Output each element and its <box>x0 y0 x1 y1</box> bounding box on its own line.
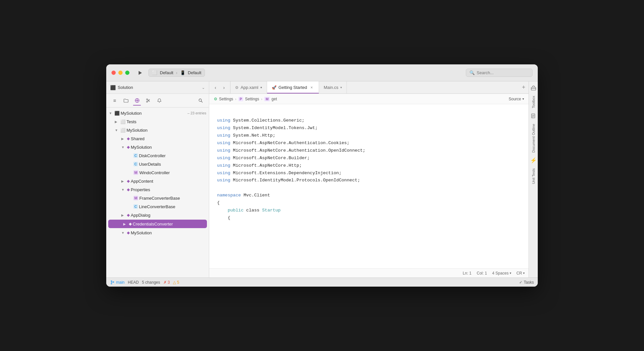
tree-item-appcontent[interactable]: ▶ ◆ AppContent <box>106 177 209 185</box>
expand-chevron: ▶ <box>121 137 126 141</box>
tab-close-button[interactable]: × <box>309 85 314 90</box>
col-number[interactable]: Col: 1 <box>477 271 487 276</box>
line-label: Ln: 1 <box>463 271 472 276</box>
tree-label-properties: Properties <box>131 187 206 192</box>
search-input[interactable] <box>477 70 529 75</box>
expand-chevron: ▼ <box>121 145 126 149</box>
error-count[interactable]: ✗ 3 <box>163 280 170 285</box>
diamond-icon4: ◆ <box>127 187 130 192</box>
sidebar: ⬛ Solution ⌄ ≡ <box>106 81 209 277</box>
breadcrumb-settings1[interactable]: ⚙ Settings <box>214 97 233 101</box>
branch-icon <box>110 280 115 285</box>
tree-item-frameconverterbase[interactable]: ▶ M FrameConverterBase <box>106 194 209 202</box>
device-icon: 📱 <box>180 70 185 75</box>
tree-item-mysolution-folder[interactable]: ▼ ⬜ MySolution <box>106 126 209 134</box>
breadcrumb-get[interactable]: M get <box>264 97 277 101</box>
toolbox-label[interactable]: Toolbox <box>530 93 537 111</box>
tree-item-properties[interactable]: ▼ ◆ Properties <box>106 185 209 194</box>
tree-item-lineconverterbase[interactable]: ▶ C LineConverterBase <box>106 202 209 211</box>
document-outline-label[interactable]: Document Outline <box>530 121 537 155</box>
expand-chevron: ▶ <box>121 179 126 183</box>
connected-icon <box>135 98 140 103</box>
tab-navigation: ‹ › <box>209 81 230 93</box>
document-outline-icon-btn[interactable] <box>530 112 537 120</box>
sidebar-title: ⬛ Solution <box>110 85 202 90</box>
connected-view-button[interactable] <box>132 96 142 105</box>
tab-dropdown-chevron[interactable]: ▾ <box>340 86 342 89</box>
line-number[interactable]: Ln: 1 <box>463 271 472 276</box>
tab-main-cs[interactable]: Main.cs ▾ <box>319 81 347 93</box>
tab-bar: ‹ › ⚙ App.xaml • 🚀 Getting Started × <box>209 81 529 94</box>
code-line-7: using Microsoft.AspNetCore.Http; <box>217 162 521 170</box>
p-icon: P <box>238 97 243 101</box>
sidebar-collapse-chevron[interactable]: ⌄ <box>202 85 205 90</box>
tree-badge: – 23 entries <box>188 111 206 115</box>
line-ending-selector[interactable]: CR ▾ <box>517 271 525 276</box>
breadcrumb-settings2[interactable]: P Settings <box>238 97 259 101</box>
tree-item-mysolution-proj[interactable]: ▼ ◆ MySolution <box>106 143 209 151</box>
tree-item-credentialsconverter[interactable]: ▶ ◆ CredentialsConverter <box>108 220 207 228</box>
breadcrumb-label-settings2: Settings <box>245 97 259 101</box>
breadcrumb-label-get: get <box>272 97 277 101</box>
code-editor[interactable]: using System.Collections.Generic; using … <box>209 104 529 268</box>
method-icon-frame: M <box>133 196 138 200</box>
git-branch[interactable]: main <box>110 280 125 285</box>
unit-tests-icon-btn[interactable]: ⚡ <box>530 157 537 164</box>
tree-item-shared[interactable]: ▶ ◆ Shared <box>106 134 209 143</box>
minimize-button[interactable] <box>118 71 123 75</box>
toolbox-icon-btn[interactable] <box>530 84 537 92</box>
source-selector[interactable]: Source ▾ <box>509 97 524 101</box>
class-icon-user: C <box>133 162 138 166</box>
sidebar-title-text: Solution <box>118 85 133 90</box>
tree-item-mysolution-sub[interactable]: ▼ ◆ MySolution <box>106 228 209 237</box>
close-button[interactable] <box>111 71 116 75</box>
spaces-selector[interactable]: 4 Spaces ▾ <box>492 271 511 276</box>
project-selector[interactable]: ⬜ Default › 📱 Default <box>148 69 205 77</box>
notifications-button[interactable] <box>154 96 164 105</box>
tab-app-xaml[interactable]: ⚙ App.xaml • <box>230 81 267 93</box>
code-line-11: { <box>217 199 521 207</box>
search-button[interactable] <box>195 96 206 105</box>
folder-view-button[interactable] <box>121 96 131 105</box>
tree-item-mysolution-root[interactable]: ▼ ⬛ MySolution – 23 entries <box>106 109 209 117</box>
code-line-blank1 <box>217 109 521 117</box>
project-icon: ⬜ <box>152 70 157 75</box>
tasks-button[interactable]: ✓ Tasks <box>519 280 534 285</box>
tab-back-button[interactable]: ‹ <box>212 84 219 91</box>
sidebar-header: ⬛ Solution ⌄ <box>106 81 209 94</box>
folder-icon <box>124 98 128 103</box>
code-line-blank2 <box>217 184 521 192</box>
titlebar: ⬜ Default › 📱 Default 🔍 <box>106 64 538 81</box>
play-button[interactable] <box>136 69 144 77</box>
svg-point-6 <box>146 99 148 100</box>
tab-forward-button[interactable]: › <box>220 84 228 91</box>
tree-item-userdetails[interactable]: ▶ C UserDetails <box>106 160 209 168</box>
search-icon: 🔍 <box>469 70 475 75</box>
code-line-12: public class Startup <box>217 207 521 214</box>
git-changes: 5 changes <box>142 280 160 285</box>
global-search[interactable]: 🔍 <box>466 69 533 77</box>
warning-count[interactable]: △ 5 <box>173 280 179 285</box>
add-tab-button[interactable]: + <box>518 81 529 93</box>
tree-item-tests[interactable]: ▶ ⬜ Tests <box>106 117 209 126</box>
svg-point-18 <box>111 280 112 281</box>
code-line-13: { <box>217 214 521 222</box>
editor-area: ⚙ Settings › P Settings › M get Source <box>209 94 529 277</box>
document-outline-icon <box>531 113 536 119</box>
list-view-button[interactable]: ≡ <box>110 96 120 105</box>
git-head: HEAD <box>128 280 139 285</box>
sidebar-toolbar: ≡ <box>106 94 209 108</box>
maximize-button[interactable] <box>125 71 129 75</box>
unit-tests-label[interactable]: Unit Tests <box>530 166 537 187</box>
svg-point-19 <box>111 283 112 284</box>
code-line-4: using Microsoft.AspNetCore.Authenticatio… <box>217 140 521 147</box>
expand-chevron: ▼ <box>109 111 113 115</box>
source-label: Source <box>509 97 521 101</box>
tab-getting-started[interactable]: 🚀 Getting Started × <box>267 81 319 93</box>
tree-item-appdialog[interactable]: ▶ ◆ AppDialog <box>106 211 209 219</box>
tree-label-tests: Tests <box>127 119 206 124</box>
tree-item-windocontroller[interactable]: ▶ M WindoController <box>106 168 209 177</box>
git-button[interactable] <box>143 96 153 105</box>
project-label-1: Default <box>160 70 173 75</box>
tree-item-diskcontroller[interactable]: ▶ C DiskController <box>106 151 209 160</box>
